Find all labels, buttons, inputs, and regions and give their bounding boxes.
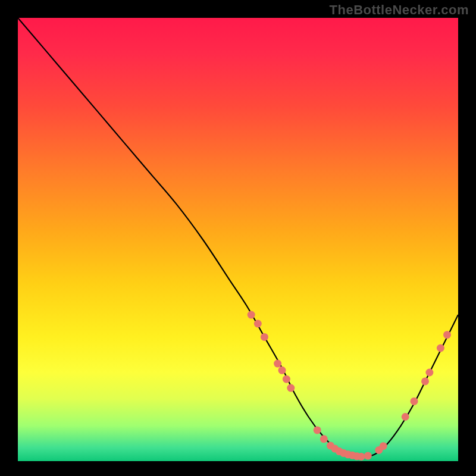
curve-marker	[411, 397, 418, 405]
curve-marker	[437, 345, 444, 352]
bottleneck-curve	[18, 18, 458, 457]
curve-marker	[287, 384, 295, 392]
curve-marker	[314, 426, 321, 434]
curve-marker	[402, 413, 409, 421]
watermark-text: TheBottleNecker.com	[330, 2, 469, 18]
curve-marker	[248, 311, 255, 319]
chart-plot-area	[18, 18, 458, 461]
curve-markers	[248, 311, 451, 461]
curve-marker	[261, 333, 268, 341]
curve-marker	[283, 375, 290, 383]
curve-marker	[274, 360, 281, 368]
curve-marker	[425, 369, 433, 377]
curve-marker	[380, 442, 387, 450]
curve-marker	[358, 453, 365, 461]
curve-marker	[421, 377, 429, 385]
curve-marker	[278, 367, 286, 374]
curve-marker	[364, 452, 372, 460]
chart-svg	[18, 18, 458, 461]
curve-marker	[320, 435, 328, 443]
curve-marker	[254, 320, 262, 328]
curve-marker	[443, 331, 451, 339]
